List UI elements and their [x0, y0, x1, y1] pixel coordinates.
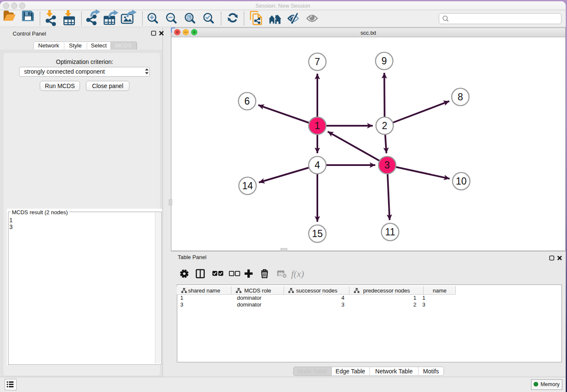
svg-text:3: 3 [385, 160, 390, 171]
svg-text:10: 10 [456, 176, 467, 187]
svg-text:14: 14 [242, 180, 253, 191]
svg-text:7: 7 [315, 56, 320, 67]
svg-text:8: 8 [458, 91, 463, 102]
svg-text:6: 6 [245, 96, 250, 107]
svg-text:11: 11 [385, 226, 395, 237]
svg-text:9: 9 [382, 55, 387, 66]
svg-text:15: 15 [312, 228, 323, 239]
svg-text:2: 2 [382, 120, 388, 131]
svg-text:4: 4 [315, 160, 320, 171]
svg-text:1: 1 [315, 120, 320, 131]
